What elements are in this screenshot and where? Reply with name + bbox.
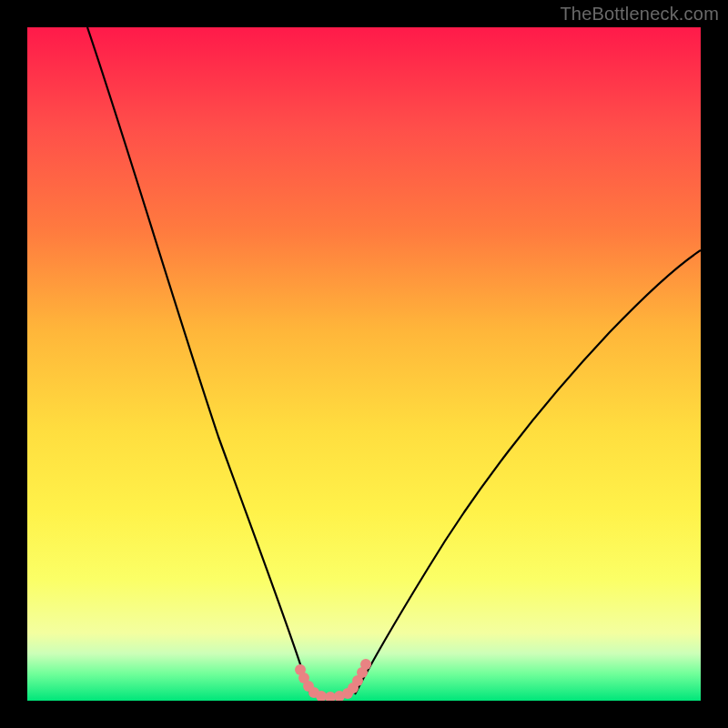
chart-overlay [27,27,701,701]
bottom-dotted-segment [295,659,371,701]
left-curve [87,27,310,694]
svg-point-11 [360,659,371,670]
watermark-text: TheBottleneck.com [560,4,719,25]
chart-frame: TheBottleneck.com [0,0,728,728]
right-curve [355,250,701,694]
